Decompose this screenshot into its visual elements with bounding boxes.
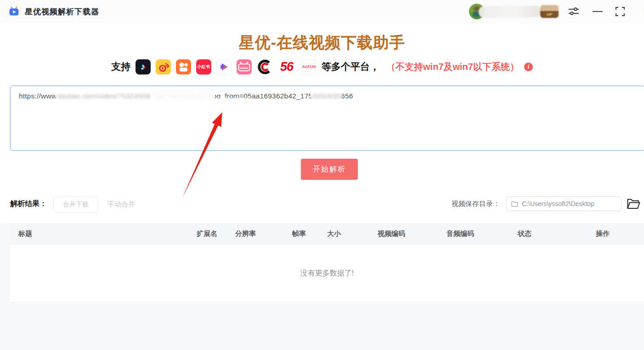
censor-smudge: [198, 86, 271, 92]
app-logo-icon: [7, 5, 21, 18]
empty-state-text: 没有更多数据了!: [300, 269, 354, 278]
settings-sliders-icon[interactable]: [568, 6, 580, 17]
col-size: 大小: [327, 230, 378, 238]
svg-text:bilibili: bilibili: [240, 66, 249, 69]
supported-platforms-row: 支持 ♪ 小红书: [0, 58, 644, 75]
start-parse-button[interactable]: 开始解析: [301, 159, 358, 180]
results-label: 解析结果：: [10, 199, 47, 209]
acfun-icon: AcFUN: [301, 59, 316, 75]
results-table: 标题 扩展名 分辨率 帧率 大小 视频编码 音频编码 状态 操作 没有更多数据了…: [0, 223, 644, 350]
folder-open-icon: [627, 198, 640, 210]
censor-smudge: [213, 98, 254, 103]
col-extension: 扩展名: [197, 230, 235, 238]
vip-badge: VIP: [540, 5, 559, 18]
info-icon[interactable]: i: [524, 63, 533, 71]
user-name-blurred: [479, 6, 541, 17]
support-suffix: 等多个平台，: [322, 60, 379, 73]
save-dir-path: C:\Users\yssoft2\Desktop: [522, 200, 594, 207]
col-audio-codec: 音频编码: [446, 230, 518, 238]
table-header-row: 标题 扩展名 分辨率 帧率 大小 视频编码 音频编码 状态 操作: [10, 223, 644, 245]
censor-smudge: [310, 91, 342, 99]
c-platform-icon: [257, 59, 272, 75]
minimize-button[interactable]: [592, 6, 604, 17]
titlebar: 星优视频解析下载器 VIP ✕: [0, 0, 644, 23]
col-framerate: 帧率: [292, 230, 327, 238]
app-window: 星优视频解析下载器 VIP ✕ 星优-在线视频下载助手 支持 ♪: [0, 0, 644, 350]
col-status: 状态: [518, 230, 596, 238]
save-dir-label: 视频保存目录：: [452, 200, 500, 208]
xiaohongshu-icon: 小红书: [196, 59, 211, 75]
maximize-button[interactable]: [615, 6, 626, 17]
weibo-icon: [156, 59, 171, 75]
open-folder-button[interactable]: [626, 197, 641, 211]
col-actions: 操作: [596, 230, 644, 238]
col-video-codec: 视频编码: [378, 230, 446, 238]
manual-merge-button[interactable]: 手动合并: [105, 196, 138, 213]
douyin-icon: ♪: [136, 59, 151, 75]
merge-download-button[interactable]: 合并下载: [53, 196, 98, 213]
win7-warning-text: （不支持win7及win7以下系统）: [386, 61, 519, 73]
table-empty-body: 没有更多数据了!: [10, 245, 644, 303]
haokan-video-icon: [216, 59, 232, 75]
kuaishou-icon: [176, 59, 191, 75]
folder-small-icon: [511, 201, 518, 207]
censor-smudge: [55, 91, 153, 100]
col-title: 标题: [18, 230, 197, 238]
56com-icon: 56: [277, 59, 296, 75]
page-title: 星优-在线视频下载助手: [0, 32, 644, 53]
support-prefix: 支持: [111, 60, 130, 73]
close-icon[interactable]: ✕: [640, 5, 644, 18]
save-dir-input[interactable]: C:\Users\yssoft2\Desktop: [506, 196, 621, 211]
app-title: 星优视频解析下载器: [25, 6, 99, 17]
url-input[interactable]: https://www.toutiao.com/video/7532450978…: [10, 86, 644, 151]
bilibili-icon: bilibili: [237, 59, 252, 75]
col-resolution: 分辨率: [235, 230, 292, 238]
